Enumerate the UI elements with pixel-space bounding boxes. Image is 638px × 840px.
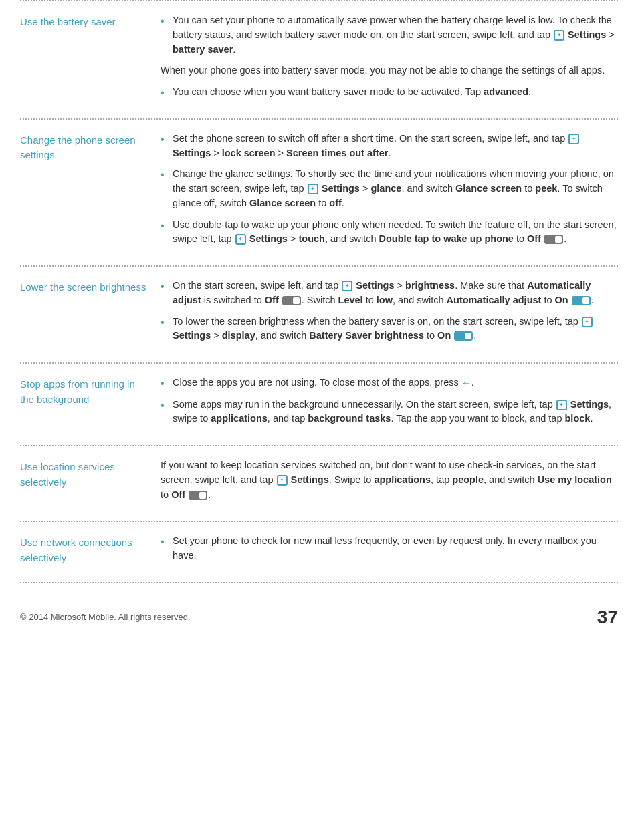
section-stop-apps: Stop apps from running in the background… <box>20 362 618 445</box>
copyright-text: © 2014 Microsoft Mobile. All rights rese… <box>20 611 191 624</box>
section-title-network-connections: Use network connections selectively <box>20 534 161 570</box>
list-item: Close the apps you are not using. To clo… <box>161 376 618 391</box>
section-content-location-services: If you want to keep location services sw… <box>161 458 618 509</box>
section-screen-brightness: Lower the screen brightnessOn the start … <box>20 265 618 362</box>
paragraph: When your phone goes into battery saver … <box>161 63 618 78</box>
section-title-battery-saver: Use the battery saver <box>20 13 161 106</box>
list-item: You can set your phone to automatically … <box>161 13 618 57</box>
section-content-network-connections: Set your phone to check for new mail les… <box>161 534 618 570</box>
list-item: Change the glance settings. To shortly s… <box>161 167 618 211</box>
section-battery-saver: Use the battery saverYou can set your ph… <box>20 0 618 118</box>
section-content-battery-saver: You can set your phone to automatically … <box>161 13 618 106</box>
footer: © 2014 Microsoft Mobile. All rights rese… <box>20 603 618 632</box>
section-screen-settings: Change the phone screen settingsSet the … <box>20 118 618 265</box>
section-title-location-services: Use location services selectively <box>20 458 161 509</box>
list-item: Set your phone to check for new mail les… <box>161 534 618 563</box>
section-content-screen-brightness: On the start screen, swipe left, and tap… <box>161 279 618 350</box>
section-title-screen-settings: Change the phone screen settings <box>20 132 161 253</box>
section-content-stop-apps: Close the apps you are not using. To clo… <box>161 376 618 433</box>
list-item: You can choose when you want battery sav… <box>161 85 618 100</box>
list-item: Set the phone screen to switch off after… <box>161 132 618 161</box>
list-item: To lower the screen brightness when the … <box>161 315 618 344</box>
page-number: 37 <box>597 603 618 632</box>
list-item: Use double-tap to wake up your phone onl… <box>161 218 618 247</box>
section-title-screen-brightness: Lower the screen brightness <box>20 279 161 350</box>
section-network-connections: Use network connections selectivelySet y… <box>20 521 618 583</box>
paragraph: If you want to keep location services sw… <box>161 458 618 502</box>
section-location-services: Use location services selectivelyIf you … <box>20 445 618 521</box>
list-item: On the start screen, swipe left, and tap… <box>161 279 618 308</box>
list-item: Some apps may run in the background unne… <box>161 398 618 427</box>
section-title-stop-apps: Stop apps from running in the background <box>20 376 161 433</box>
section-content-screen-settings: Set the phone screen to switch off after… <box>161 132 618 253</box>
